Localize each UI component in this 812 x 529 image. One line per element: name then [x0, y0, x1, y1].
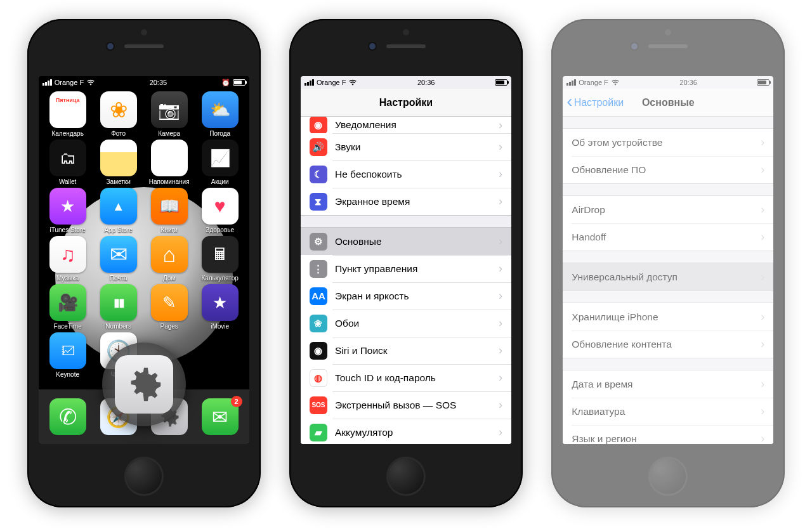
navbar-title: Основные [642, 97, 695, 108]
row-touchid[interactable]: ◍Touch ID и код-пароль› [301, 364, 511, 391]
home-icon [151, 236, 188, 273]
home-button[interactable] [648, 457, 688, 496]
wifi-icon [611, 78, 620, 87]
row-background-refresh[interactable]: Обновление контента› [563, 330, 773, 358]
row-about[interactable]: Об этом устройстве› [563, 129, 773, 156]
phone-home-screen: Orange F 20:35 ⏰ Пятница 19 Календарь Фо… [27, 19, 261, 507]
itunes-icon [49, 188, 86, 225]
row-date-time[interactable]: Дата и время› [563, 370, 773, 398]
proximity-sensor [141, 29, 147, 36]
home-button[interactable] [124, 457, 164, 496]
app-music[interactable]: Музыка [43, 236, 93, 282]
text-size-icon: AA [310, 287, 327, 305]
app-reminders[interactable]: Напоминания [144, 140, 195, 185]
battery-icon [495, 79, 508, 86]
carrier-label: Orange F [317, 79, 346, 86]
row-screentime[interactable]: ⧗Экранное время› [301, 188, 511, 215]
row-iphone-storage[interactable]: Хранилище iPhone› [563, 303, 773, 330]
wallet-icon [49, 140, 86, 176]
row-wallpaper[interactable]: ❀Обои› [301, 310, 511, 337]
app-books[interactable]: Книги [144, 188, 195, 233]
row-keyboard[interactable]: Клавиатура› [563, 398, 773, 425]
phone-general: Orange F 20:36 Настройки Основные Об это… [551, 19, 785, 507]
app-calendar[interactable]: Пятница 19 Календарь [43, 91, 93, 137]
front-camera [369, 43, 376, 49]
app-facetime[interactable]: FaceTime [43, 284, 93, 330]
row-airdrop[interactable]: AirDrop› [563, 196, 773, 223]
signal-icon [43, 79, 52, 86]
notes-icon [100, 140, 137, 176]
weather-icon [202, 91, 239, 128]
app-stocks[interactable]: Акции [195, 140, 246, 185]
chevron-right-icon: › [499, 140, 502, 153]
app-pages[interactable]: Pages [144, 284, 195, 330]
wifi-icon [348, 78, 357, 87]
wifi-icon [86, 78, 95, 87]
app-wallet[interactable]: Wallet [43, 140, 93, 185]
camera-icon [151, 91, 188, 128]
row-sos[interactable]: SOSЭкстренный вызов — SOS› [301, 391, 511, 419]
chevron-right-icon: › [499, 426, 502, 439]
row-accessibility[interactable]: Универсальный доступ› [563, 263, 773, 291]
app-home[interactable]: Дом [144, 236, 195, 282]
row-handoff[interactable]: Handoff› [563, 223, 773, 251]
app-appstore[interactable]: App Store [93, 188, 144, 233]
row-sounds[interactable]: 🔊Звуки› [301, 133, 511, 160]
app-camera[interactable]: Камера [144, 91, 195, 137]
app-imovie[interactable]: iMovie [195, 284, 246, 330]
back-button[interactable]: Настройки [566, 89, 624, 116]
row-notifications[interactable]: ◉Уведомления› [301, 117, 511, 133]
row-dnd[interactable]: ☾Не беспокоить› [301, 160, 511, 188]
dock-messages[interactable]: 2 [202, 398, 239, 435]
chevron-right-icon: › [499, 195, 502, 208]
springboard: Orange F 20:35 ⏰ Пятница 19 Календарь Фо… [39, 76, 249, 444]
row-display[interactable]: AAЭкран и яркость› [301, 282, 511, 310]
chevron-right-icon: › [761, 310, 764, 323]
general-list[interactable]: Об этом устройстве› Обновление ПО› AirDr… [563, 117, 773, 444]
calculator-icon [202, 236, 239, 273]
row-control-center[interactable]: ⋮Пункт управления› [301, 255, 511, 282]
messages-badge: 2 [231, 396, 242, 407]
app-weather[interactable]: Погода [195, 91, 246, 137]
chevron-right-icon: › [761, 405, 764, 418]
row-battery[interactable]: ▰Аккумулятор› [301, 419, 511, 444]
row-software-update[interactable]: Обновление ПО› [563, 156, 773, 183]
signal-icon [304, 79, 314, 86]
battery-icon [757, 79, 769, 86]
appstore-icon [100, 188, 137, 225]
app-keynote[interactable]: Keynote [43, 332, 93, 378]
chevron-right-icon: › [499, 344, 502, 357]
sos-icon: SOS [310, 396, 327, 414]
front-camera [631, 43, 638, 49]
pages-icon [151, 284, 188, 321]
app-calc[interactable]: Калькулятор [195, 236, 246, 282]
front-camera [107, 43, 114, 49]
app-photos[interactable]: Фото [93, 91, 144, 137]
proximity-sensor [403, 29, 409, 36]
chevron-right-icon: › [499, 262, 502, 275]
row-general[interactable]: ⚙Основные› [301, 228, 511, 255]
row-siri[interactable]: ◉Siri и Поиск› [301, 337, 511, 364]
app-itunes[interactable]: iTunes Store [43, 188, 93, 233]
settings-list[interactable]: ◉Уведомления› 🔊Звуки› ☾Не беспокоить› ⧗Э… [301, 117, 511, 444]
chevron-right-icon: › [499, 119, 502, 132]
chevron-right-icon: › [761, 377, 764, 391]
bell-icon: ◉ [310, 117, 327, 133]
hourglass-icon: ⧗ [310, 193, 327, 211]
settings-highlight[interactable] [102, 343, 186, 426]
home-button[interactable] [386, 457, 426, 496]
navbar-title: Настройки [379, 97, 433, 108]
dock-phone[interactable] [49, 398, 86, 435]
chevron-right-icon: › [499, 167, 502, 181]
app-notes[interactable]: Заметки [93, 140, 144, 185]
chevron-right-icon: › [499, 398, 502, 412]
carrier-label: Orange F [55, 79, 84, 86]
app-mail[interactable]: Почта [93, 236, 144, 282]
chevron-right-icon: › [761, 163, 764, 176]
app-numbers[interactable]: Numbers [93, 284, 144, 330]
settings-zoom-icon [115, 355, 173, 414]
row-language-region[interactable]: Язык и регион› [563, 425, 773, 444]
navbar: Настройки [301, 89, 511, 117]
speaker-icon: 🔊 [310, 138, 327, 156]
app-health[interactable]: Здоровье [195, 188, 246, 233]
